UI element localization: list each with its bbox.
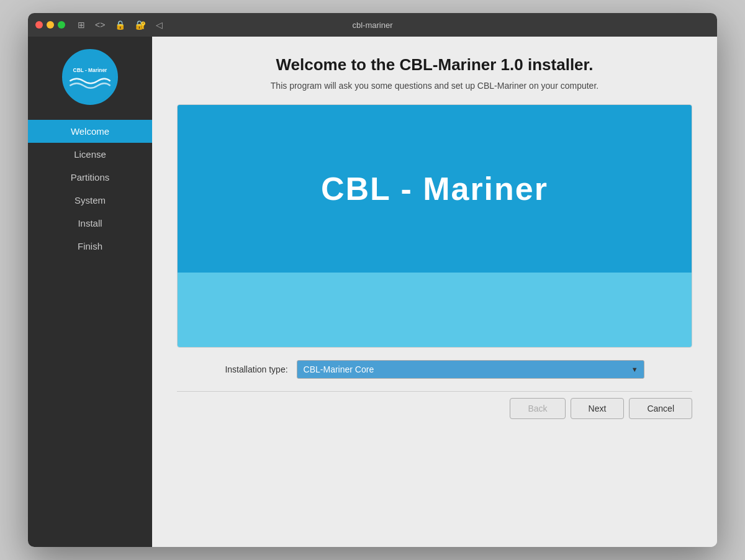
logo-top-panel: CBL - Mariner — [178, 105, 692, 273]
svg-point-0 — [64, 51, 116, 103]
sidebar-item-finish[interactable]: Finish — [28, 235, 152, 258]
logo-big-text: CBL - Mariner — [321, 170, 548, 207]
main-window: ⊞ <> 🔒 🔐 ◁ cbl-mariner CBL - Mariner — [28, 13, 717, 547]
install-type-row: Installation type: CBL-Mariner Core CBL-… — [177, 360, 692, 379]
maximize-button[interactable] — [58, 21, 65, 29]
sidebar-item-system[interactable]: System — [28, 189, 152, 212]
sidebar-item-license[interactable]: License — [28, 143, 152, 166]
sidebar-toggle-icon[interactable]: ⊞ — [75, 19, 88, 31]
install-type-select[interactable]: CBL-Mariner Core CBL-Mariner Full CBL-Ma… — [297, 360, 644, 379]
footer: Back Next Cancel — [177, 391, 692, 419]
close-button[interactable] — [35, 21, 43, 29]
sidebar-item-partitions[interactable]: Partitions — [28, 166, 152, 189]
sidebar-item-welcome[interactable]: Welcome — [28, 120, 152, 143]
svg-text:CBL - Mariner: CBL - Mariner — [73, 67, 107, 73]
window-title: cbl-mariner — [352, 20, 392, 30]
toolbar: ⊞ <> 🔒 🔐 ◁ — [75, 19, 165, 31]
lock-alt-icon[interactable]: 🔐 — [133, 19, 148, 31]
main-layout: CBL - Mariner Welcome License Partitions… — [28, 37, 717, 547]
install-type-label: Installation type: — [225, 364, 287, 374]
logo-bottom-panel — [178, 273, 692, 347]
sidebar-item-install[interactable]: Install — [28, 212, 152, 235]
back-button[interactable]: Back — [510, 398, 565, 419]
lock-icon[interactable]: 🔒 — [112, 19, 128, 31]
content-area: Welcome to the CBL-Mariner 1.0 installer… — [152, 37, 717, 547]
back-forward-icon[interactable]: <> — [93, 19, 107, 31]
sidebar-logo: CBL - Mariner — [62, 49, 118, 105]
logo-svg: CBL - Mariner — [62, 51, 118, 103]
page-subtitle: This program will ask you some questions… — [177, 81, 692, 91]
traffic-lights — [35, 21, 65, 29]
cancel-button[interactable]: Cancel — [629, 398, 692, 419]
logo-display: CBL - Mariner — [177, 104, 692, 348]
titlebar: ⊞ <> 🔒 🔐 ◁ cbl-mariner — [28, 13, 717, 37]
next-button[interactable]: Next — [571, 398, 625, 419]
install-type-select-wrapper: CBL-Mariner Core CBL-Mariner Full CBL-Ma… — [297, 360, 644, 379]
left-arrow-icon[interactable]: ◁ — [153, 19, 165, 31]
page-title: Welcome to the CBL-Mariner 1.0 installer… — [177, 55, 692, 75]
sidebar: CBL - Mariner Welcome License Partitions… — [28, 37, 152, 547]
minimize-button[interactable] — [47, 21, 54, 29]
